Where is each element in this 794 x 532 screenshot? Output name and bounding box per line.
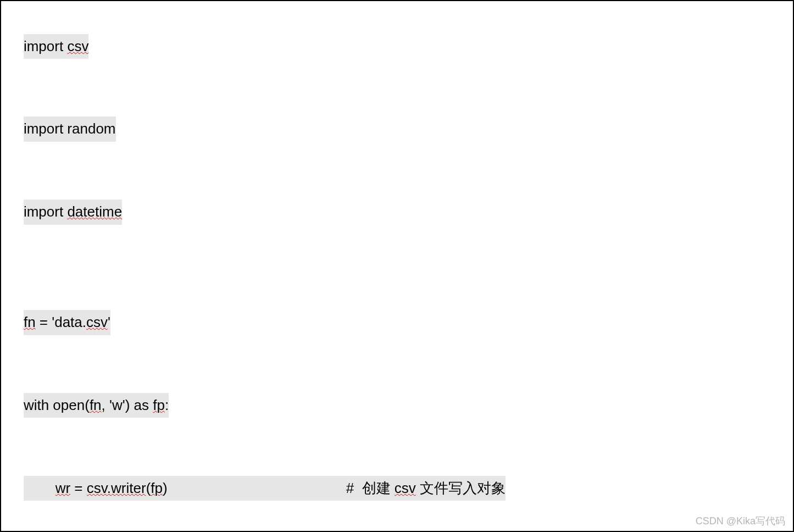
squiggle-word: csv <box>67 38 88 54</box>
squiggle-word: csv <box>395 480 416 496</box>
squiggle-word: datetime <box>67 203 122 220</box>
squiggle-word: fn <box>90 397 102 413</box>
document-page: import csv import random import datetime… <box>0 0 794 532</box>
code-line-2: import random <box>8 94 786 165</box>
code-line-4: fn = 'data.csv' <box>8 287 786 358</box>
squiggle-word: csv.writer <box>87 480 146 496</box>
squiggle-word: wr <box>55 480 70 496</box>
highlighted-text: fn = 'data.csv' <box>24 310 110 335</box>
highlighted-text: import csv <box>24 34 88 59</box>
squiggle-word: csv <box>86 314 108 330</box>
code-line-1: import csv <box>8 11 786 82</box>
highlighted-text: import random <box>24 117 116 142</box>
highlighted-text: wr = csv.writer(fp) # 创建 csv 文件写入对象 <box>24 476 506 501</box>
code-line-5: with open(fn, 'w') as fp: <box>8 370 786 441</box>
squiggle-word: fn <box>24 314 36 330</box>
code-line-3: import datetime <box>8 177 786 248</box>
squiggle-word: fp <box>151 480 163 496</box>
code-line-6: wr = csv.writer(fp) # 创建 csv 文件写入对象 <box>8 453 786 524</box>
watermark-text: CSDN @Kika写代码 <box>696 514 785 528</box>
highlighted-text: import datetime <box>24 199 122 225</box>
squiggle-word: fp <box>153 397 165 413</box>
highlighted-text: with open(fn, 'w') as fp: <box>24 393 169 418</box>
